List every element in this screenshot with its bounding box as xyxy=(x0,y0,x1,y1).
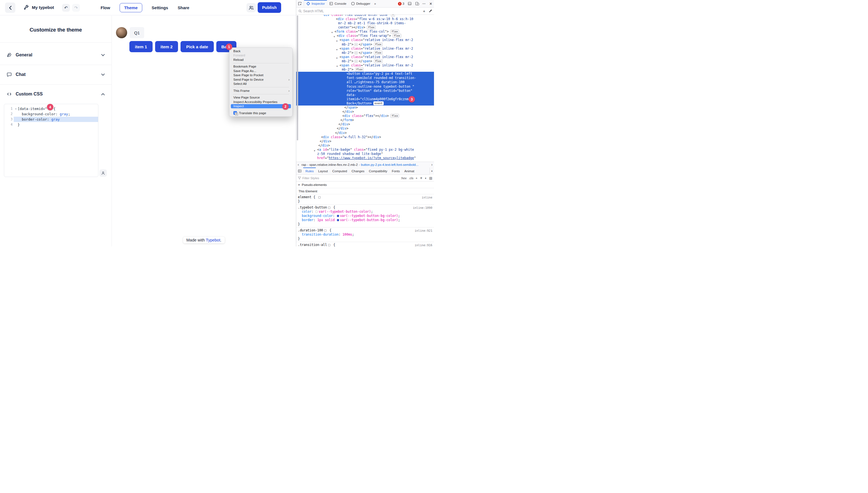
print-simulation-icon[interactable]: ◐ xyxy=(425,176,427,180)
panel-tab-layout[interactable]: Layout xyxy=(316,168,330,174)
stylesheet-link[interactable]: inline:916 xyxy=(415,243,432,246)
fold-arrow-icon[interactable]: ▼ xyxy=(15,106,17,112)
context-menu-item-save-page-to-pocket[interactable]: Save Page to Pocket xyxy=(229,73,292,78)
filter-toggle-cls[interactable]: .cls xyxy=(409,176,413,180)
panel-tab-animat[interactable]: Animat xyxy=(402,168,417,174)
element-target-icon[interactable] xyxy=(328,207,330,209)
markup-line[interactable]: <div class="flex w-6 xs:w-10 h-6 xs:h-10 xyxy=(296,17,434,21)
collaborators-button[interactable] xyxy=(246,3,256,12)
markup-line[interactable]: </div> xyxy=(296,131,434,135)
markup-badge[interactable]: flex xyxy=(355,68,364,71)
markup-line[interactable]: </div> xyxy=(296,139,434,144)
markup-line[interactable]: </div> xyxy=(296,122,434,126)
expand-inline-icon[interactable]: ⋯ xyxy=(355,51,358,55)
editor-code[interactable]: background-color: gray; xyxy=(14,111,98,117)
editor-line[interactable]: 2 background-color: gray; xyxy=(4,111,98,117)
section-custom-css[interactable]: Custom CSS xyxy=(0,84,112,104)
markup-badge[interactable]: flex xyxy=(392,34,401,38)
light-theme-icon[interactable]: ☀ xyxy=(420,176,423,180)
undo-button[interactable]: ↶ xyxy=(62,4,70,12)
color-swatch[interactable] xyxy=(337,219,339,221)
css-declaration[interactable]: color: var(--typebot-button-color); xyxy=(298,210,432,214)
devtools-tab-inspector[interactable]: Inspector xyxy=(304,0,327,7)
breadcrumb-scroll-left-button[interactable]: ‹ xyxy=(296,163,300,167)
stylesheet-link[interactable]: inline:921 xyxy=(415,229,432,233)
markup-line[interactable]: </span> xyxy=(296,106,434,110)
editor-code[interactable]: [data-itemid=""] { xyxy=(14,106,98,111)
breadcrumb-item[interactable]: rap xyxy=(300,163,307,166)
panel-tabs-dropdown-button[interactable]: ▼ xyxy=(429,168,434,175)
markup-line[interactable]: ▼<form class="flex flex-col">flex xyxy=(296,29,434,34)
expand-inline-icon[interactable]: ⋯ xyxy=(355,43,358,46)
choice-button-pick-a-date[interactable]: Pick a date xyxy=(181,41,214,52)
search-html-input[interactable] xyxy=(303,9,421,13)
context-menu-item-bookmark-page[interactable]: Bookmark Page xyxy=(229,64,292,69)
chevron-down-icon[interactable] xyxy=(101,54,105,57)
chevron-up-icon[interactable] xyxy=(101,93,105,95)
breadcrumb-item[interactable]: button.py-2.px-4.text-left.font-semibold… xyxy=(360,163,420,166)
editor-code[interactable]: } xyxy=(14,122,98,127)
section-general[interactable]: General xyxy=(0,45,112,65)
tab-flow[interactable]: Flow xyxy=(101,5,110,10)
section-chat[interactable]: Chat xyxy=(0,65,112,84)
rule-selector[interactable]: .duration-100 xyxy=(298,228,323,232)
context-menu-item-translate-this-page[interactable]: ATranslate this page xyxy=(229,111,292,115)
panel-tab-computed[interactable]: Computed xyxy=(330,168,349,174)
devtools-tab-debugger[interactable]: Debugger xyxy=(349,0,373,7)
markup-line[interactable]: mr-2 mb-2 mt-1 flex-shrink-0 items- xyxy=(296,21,434,25)
node-picker-button[interactable] xyxy=(296,0,304,7)
markup-line[interactable]: mb-2">⋯</span>flex xyxy=(296,42,434,47)
eyedropper-button[interactable] xyxy=(427,9,434,13)
choice-button-item-2[interactable]: item 2 xyxy=(155,41,178,52)
context-menu-item-forward[interactable]: Forward xyxy=(229,53,292,58)
markup-badge[interactable]: ⋯ xyxy=(391,15,395,17)
panel-tab-fonts[interactable]: Fonts xyxy=(389,168,402,174)
markup-line[interactable]: </div> xyxy=(296,144,434,148)
context-menu-item-send-page-to-device[interactable]: Send Page to Device› xyxy=(229,77,292,82)
chevron-down-icon[interactable] xyxy=(101,73,105,76)
redo-button[interactable]: ↷ xyxy=(72,4,80,12)
publish-button[interactable]: Publish xyxy=(258,2,281,13)
panel-tab-rules[interactable]: Rules xyxy=(303,168,316,174)
split-console-button[interactable] xyxy=(406,2,413,5)
meatball-menu-button[interactable]: ⋯ xyxy=(421,2,428,5)
stylesheet-link[interactable]: inline xyxy=(422,195,432,199)
markup-line[interactable]: ▶<span class="relative inline-flex mr-2 xyxy=(296,47,434,51)
expand-inline-icon[interactable]: ⋯ xyxy=(355,60,358,63)
more-tabs-button[interactable]: » xyxy=(372,0,378,7)
markup-line[interactable]: ▶<a id="lite-badge" class="fixed py-1 px… xyxy=(296,148,434,152)
markup-line[interactable]: center"></div>flex xyxy=(296,25,434,29)
error-count[interactable]: ! 3 xyxy=(396,2,406,5)
css-declaration[interactable]: background-color: var(--typebot-button-b… xyxy=(298,214,432,218)
panel-tab-changes[interactable]: Changes xyxy=(349,168,367,174)
markup-line[interactable]: ▶<span class="relative inline-flex mr-2 xyxy=(296,55,434,59)
markup-line[interactable]: mb-2">flex xyxy=(296,68,434,72)
context-menu-item-save-page-as[interactable]: Save Page As... xyxy=(229,69,292,73)
markup-line[interactable]: all …rightness-75 duration-100 xyxy=(296,80,434,84)
devtools-tab-console[interactable]: Console xyxy=(327,0,348,7)
markup-line[interactable]: ▶<span class="relative inline-flex mr-2 xyxy=(296,38,434,42)
markup-line[interactable]: ▼<span class="relative inline-flex mr-2 xyxy=(296,63,434,68)
tab-settings[interactable]: Settings xyxy=(152,5,168,10)
scrollbar[interactable] xyxy=(297,15,298,141)
context-menu-item-inspect[interactable]: Inspect xyxy=(231,104,291,109)
pseudo-elements-row[interactable]: ▶ Pseudo-elements xyxy=(296,181,434,188)
context-menu-item-select-all[interactable]: Select All xyxy=(229,82,292,86)
sidebar-toggle-button[interactable] xyxy=(296,168,303,174)
responsive-mode-button[interactable] xyxy=(413,2,421,5)
breadcrumb-scroll-right-button[interactable]: › xyxy=(430,163,434,167)
panel-tab-compatibility[interactable]: Compatibility xyxy=(367,168,389,174)
markup-line[interactable]: <div class="flex"></div>flex xyxy=(296,114,434,118)
add-node-button[interactable]: + xyxy=(421,9,427,14)
tab-share[interactable]: Share xyxy=(178,5,189,10)
markup-line[interactable]: z-50 rounded shadow-md lite-badge" xyxy=(296,152,434,156)
element-target-icon[interactable] xyxy=(328,244,330,246)
color-swatch[interactable] xyxy=(315,211,318,213)
editor-line[interactable]: 4} xyxy=(4,122,98,127)
breadcrumb-item[interactable]: span.relative.inline-flex.mr-2.mb-2 xyxy=(308,163,359,166)
markup-line[interactable]: href="https://www.typebot.io/?utm_source… xyxy=(296,156,434,160)
context-menu-item-view-page-source[interactable]: View Page Source xyxy=(229,95,292,100)
context-menu-item-reload[interactable]: Reload xyxy=(229,58,292,62)
markup-line[interactable]: focus:outline-none typebot-button " xyxy=(296,85,434,89)
stylesheet-icon[interactable]: ▤ xyxy=(429,176,432,180)
